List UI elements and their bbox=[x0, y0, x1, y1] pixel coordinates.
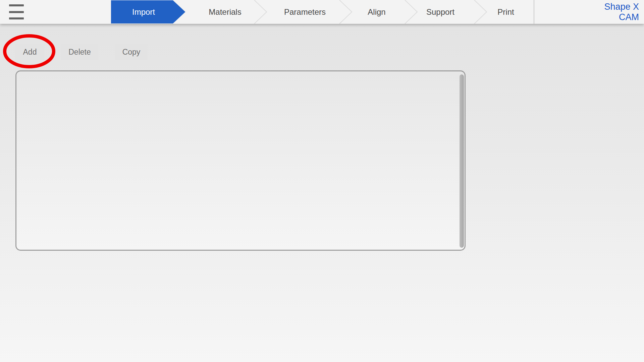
tab-parameters[interactable]: Parameters bbox=[284, 0, 326, 24]
copy-button[interactable]: Copy bbox=[115, 44, 148, 60]
tab-materials[interactable]: Materials bbox=[209, 0, 241, 24]
app-logo-line1: Shape X bbox=[604, 2, 639, 12]
tab-import-label: Import bbox=[111, 0, 176, 24]
hamburger-menu-icon[interactable] bbox=[9, 4, 24, 19]
chevron-right-icon bbox=[474, 0, 488, 24]
model-list-panel[interactable] bbox=[15, 70, 466, 251]
app-logo: Shape X CAM bbox=[604, 2, 639, 22]
chevron-right-icon bbox=[339, 0, 353, 24]
header-divider bbox=[534, 0, 534, 24]
add-button[interactable]: Add bbox=[15, 44, 45, 60]
tab-align[interactable]: Align bbox=[368, 0, 385, 24]
tab-print[interactable]: Print bbox=[497, 0, 514, 24]
vertical-scrollbar[interactable] bbox=[460, 74, 464, 248]
shapex-cam-window: Import Materials Parameters Align Suppor… bbox=[0, 0, 644, 362]
chevron-right-icon bbox=[404, 0, 418, 24]
chevron-right-icon bbox=[254, 0, 268, 24]
wizard-header: Import Materials Parameters Align Suppor… bbox=[0, 0, 644, 24]
tab-support[interactable]: Support bbox=[426, 0, 454, 24]
app-logo-line2: CAM bbox=[604, 12, 639, 22]
tab-import-active[interactable]: Import bbox=[111, 0, 188, 24]
delete-button[interactable]: Delete bbox=[61, 44, 98, 60]
